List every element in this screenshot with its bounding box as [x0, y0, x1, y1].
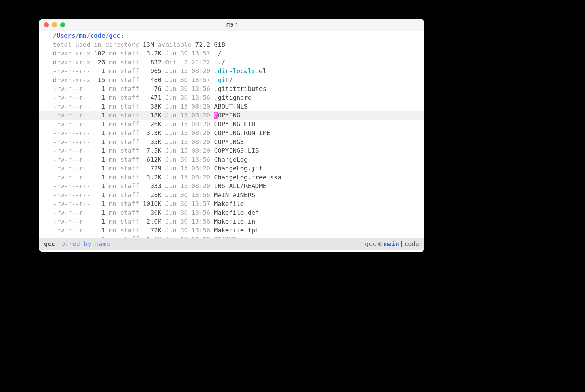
dired-entry[interactable]: -rw-r--r-- 1 mn staff 471 Jun 30 13:56 .… [39, 93, 424, 102]
dired-path: /Users/mn/code/gcc: [39, 31, 424, 40]
mode-line[interactable]: gcc Dired by name gcc © main | code [39, 238, 424, 250]
dired-buffer[interactable]: /Users/mn/code/gcc: total used in direct… [39, 31, 424, 238]
dired-entry[interactable]: -rw-r--r-- 1 mn staff 72K Jun 30 13:56 M… [39, 226, 424, 235]
dired-entry[interactable]: -rw-r--r-- 1 mn staff 26K Jun 15 08:20 C… [39, 120, 424, 129]
modeline-project: gcc [365, 240, 376, 248]
dired-entry[interactable]: -rw-r--r-- 1 mn staff 38K Jun 15 08:20 A… [39, 102, 424, 111]
dired-entry[interactable]: drwxr-xr-x 26 mn staff 832 Oct 2 21:22 .… [39, 58, 424, 67]
dired-entry[interactable]: -rw-r--r-- 1 mn staff 28K Jun 30 13:56 M… [39, 191, 424, 199]
dired-entry[interactable]: -rw-r--r-- 1 mn staff 612K Jun 30 13:56 … [39, 155, 424, 164]
dired-entry-partial: -rw-r--r-- 1 mn staff 1.1K Jun 15 08:20 … [39, 235, 424, 238]
dired-entry[interactable]: -rw-r--r-- 1 mn staff 2.0M Jun 30 13:56 … [39, 217, 424, 226]
dired-entry[interactable]: -rw-r--r-- 1 mn staff 3.3K Jun 15 08:20 … [39, 129, 424, 137]
dired-entry[interactable]: -rw-r--r-- 1 mn staff 333 Jun 15 08:20 I… [39, 182, 424, 191]
modeline-vcs-glyph: © [376, 240, 384, 248]
dired-entry[interactable]: -rw-r--r-- 1 mn staff 35K Jun 15 08:20 C… [39, 137, 424, 146]
dired-entry[interactable]: drwxr-xr-x 15 mn staff 480 Jun 30 13:57 … [39, 76, 424, 84]
titlebar[interactable]: main [39, 19, 424, 31]
echo-area [39, 250, 424, 252]
dired-entry[interactable]: drwxr-xr-x 102 mn staff 3.2K Jun 30 13:5… [39, 49, 424, 58]
modeline-branch[interactable]: main [384, 240, 399, 248]
dired-entry[interactable]: -rw-r--r-- 1 mn staff 7.5K Jun 15 08:20 … [39, 146, 424, 155]
modeline-separator: | [399, 240, 404, 248]
dired-entry[interactable]: -rw-r--r-- 1 mn staff 30K Jun 30 13:56 M… [39, 208, 424, 217]
window-title: main [39, 20, 424, 29]
emacs-frame: main /Users/mn/code/gcc: total used in d… [39, 19, 424, 252]
modeline-workspace: code [404, 240, 419, 248]
dired-entry[interactable]: -rw-r--r-- 1 mn staff 729 Jun 15 08:20 C… [39, 164, 424, 173]
modeline-major-mode[interactable]: Dired by name [61, 240, 110, 248]
dired-entry[interactable]: ? -rw-r--r-- 1 mn staff 1016K Jun 30 13:… [39, 199, 424, 208]
dired-entry[interactable]: -rw-r--r-- 1 mn staff 3.2K Jun 15 08:20 … [39, 173, 424, 182]
modeline-buffer-name[interactable]: gcc [44, 240, 55, 248]
dired-entry[interactable]: -rw-r--r-- 1 mn staff 76 Jun 30 13:56 .g… [39, 84, 424, 93]
dired-summary: total used in directory 13M available 72… [39, 40, 424, 49]
dired-entry[interactable]: -rw-r--r-- 1 mn staff 18K Jun 15 08:20 C… [39, 111, 424, 120]
dired-entry[interactable]: -rw-r--r-- 1 mn staff 965 Jun 15 08:20 .… [39, 67, 424, 76]
